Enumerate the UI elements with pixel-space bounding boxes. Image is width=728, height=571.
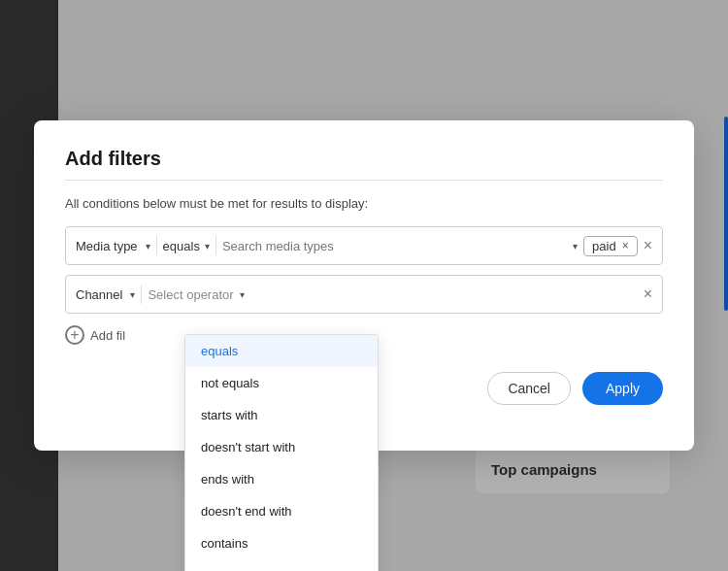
search-chevron: ▾ [573, 241, 578, 252]
dropdown-item-0[interactable]: equals [185, 335, 378, 367]
filter-row-2: Channel ▾ Select operator ▾ × [65, 275, 663, 314]
divider-1 [156, 236, 157, 255]
add-filter-icon: + [65, 325, 84, 345]
operator-dropdown: equals not equals starts with doesn't st… [184, 334, 379, 571]
dropdown-item-1[interactable]: not equals [185, 367, 378, 399]
divider-2 [215, 236, 216, 255]
filter-2-operator-placeholder: Select operator [148, 287, 233, 302]
add-filter-label: Add fil [90, 328, 125, 343]
filter-1-search-input[interactable] [222, 239, 565, 253]
filter-2-label-chevron[interactable]: ▾ [130, 289, 135, 300]
operator-1-chevron: ▾ [205, 241, 210, 252]
filter-row-1: Media type ▾ equals ▾ ▾ paid × × [65, 226, 663, 265]
filter-2-remove[interactable]: × [644, 286, 652, 302]
add-filters-modal: Add filters All conditions below must be… [34, 120, 694, 451]
cancel-button[interactable]: Cancel [487, 372, 571, 405]
filter-1-tag-close[interactable]: × [622, 239, 629, 252]
filter-1-label-chevron[interactable]: ▾ [146, 241, 150, 252]
dropdown-item-5[interactable]: doesn't end with [185, 495, 378, 527]
dropdown-item-6[interactable]: contains [185, 527, 378, 559]
divider-3 [141, 285, 142, 304]
modal-divider [65, 180, 663, 181]
operator-2-chevron: ▾ [240, 289, 245, 300]
filter-1-remove[interactable]: × [644, 238, 652, 253]
filter-2-operator-select[interactable]: Select operator ▾ [148, 287, 244, 302]
filter-1-tag-value: paid [592, 239, 616, 253]
dropdown-item-2[interactable]: starts with [185, 399, 378, 431]
filter-1-tag: paid × [583, 236, 638, 256]
modal-overlay: Add filters All conditions below must be… [0, 0, 728, 571]
apply-button[interactable]: Apply [582, 372, 663, 405]
dropdown-item-3[interactable]: doesn't start with [185, 431, 378, 463]
dropdown-item-4[interactable]: ends with [185, 463, 378, 495]
filter-1-operator[interactable]: equals ▾ [163, 239, 210, 253]
filter-1-label: Media type [76, 239, 138, 253]
dropdown-item-7[interactable]: doesn't contain [185, 559, 378, 571]
filter-2-label: Channel [76, 287, 122, 302]
modal-title: Add filters [65, 148, 663, 170]
modal-subtitle: All conditions below must be met for res… [65, 196, 663, 211]
